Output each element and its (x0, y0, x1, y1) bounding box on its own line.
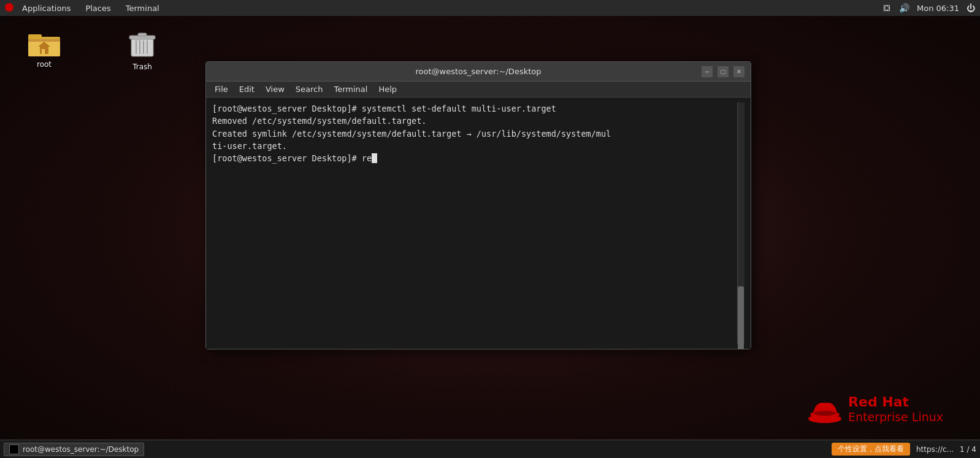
term-menu-file[interactable]: File (210, 83, 233, 95)
terminal-text: [root@westos_server Desktop]# systemctl … (212, 102, 737, 344)
menu-terminal[interactable]: Terminal (120, 2, 166, 14)
redhat-logo: Red Hat Enterprise Linux (808, 394, 943, 424)
trash-icon (126, 28, 158, 60)
network-icon[interactable]: ⛋ (883, 3, 892, 13)
term-menu-edit[interactable]: Edit (234, 83, 259, 95)
terminal-title: root@westos_server:~/Desktop (416, 67, 542, 76)
top-menubar: Applications Places Terminal ⛋ 🔊 Mon 06:… (0, 0, 980, 16)
svg-rect-8 (131, 38, 153, 56)
page-indicator: 1 / 4 (960, 445, 976, 454)
taskbar-item-label: root@westos_server:~/Desktop (23, 445, 139, 454)
minimize-button[interactable]: − (702, 66, 713, 77)
taskbar: root@westos_server:~/Desktop 个性设置，点我看看 h… (0, 440, 980, 458)
maximize-button[interactable]: □ (718, 66, 729, 77)
term-menu-search[interactable]: Search (291, 83, 328, 95)
menu-places[interactable]: Places (79, 2, 117, 14)
terminal-titlebar: root@westos_server:~/Desktop − □ × (206, 62, 751, 82)
desktop-icon-root[interactable]: root (23, 25, 65, 72)
terminal-cursor (372, 153, 377, 163)
sound-icon[interactable]: 🔊 (899, 3, 909, 13)
notification-bubble[interactable]: 个性设置，点我看看 (832, 443, 910, 456)
trash-icon-label: Trash (132, 63, 152, 71)
terminal-window: root@westos_server:~/Desktop − □ × File … (205, 61, 751, 349)
url-preview: https://c... (916, 445, 954, 454)
scrollbar-thumb[interactable] (738, 286, 744, 349)
svg-rect-10 (138, 33, 147, 36)
menu-applications[interactable]: Applications (16, 2, 77, 14)
power-icon[interactable]: ⏻ (967, 3, 975, 13)
folder-icon (27, 28, 61, 58)
taskbar-terminal-icon (9, 445, 19, 454)
term-menu-help[interactable]: Help (373, 83, 402, 95)
svg-point-15 (137, 38, 140, 40)
svg-point-16 (142, 37, 147, 40)
redhat-hat-icon (808, 395, 842, 423)
desktop-icon-trash[interactable]: Trash (123, 25, 162, 75)
svg-point-20 (814, 411, 836, 416)
redhat-indicator (5, 2, 13, 14)
redhat-line2: Enterprise Linux (848, 410, 943, 424)
terminal-scrollbar[interactable] (737, 102, 745, 344)
close-button[interactable]: × (733, 66, 745, 77)
redhat-line1: Red Hat (848, 394, 943, 410)
svg-rect-4 (28, 39, 60, 42)
terminal-menubar: File Edit View Search Terminal Help (206, 82, 751, 97)
term-menu-view[interactable]: View (261, 83, 289, 95)
root-icon-label: root (37, 60, 52, 69)
term-menu-terminal[interactable]: Terminal (329, 83, 372, 95)
taskbar-terminal-item[interactable]: root@westos_server:~/Desktop (4, 443, 144, 456)
svg-rect-7 (42, 49, 45, 54)
terminal-content[interactable]: [root@westos_server Desktop]# systemctl … (206, 97, 751, 349)
clock: Mon 06:31 (917, 4, 959, 13)
redhat-text: Red Hat Enterprise Linux (848, 394, 943, 424)
